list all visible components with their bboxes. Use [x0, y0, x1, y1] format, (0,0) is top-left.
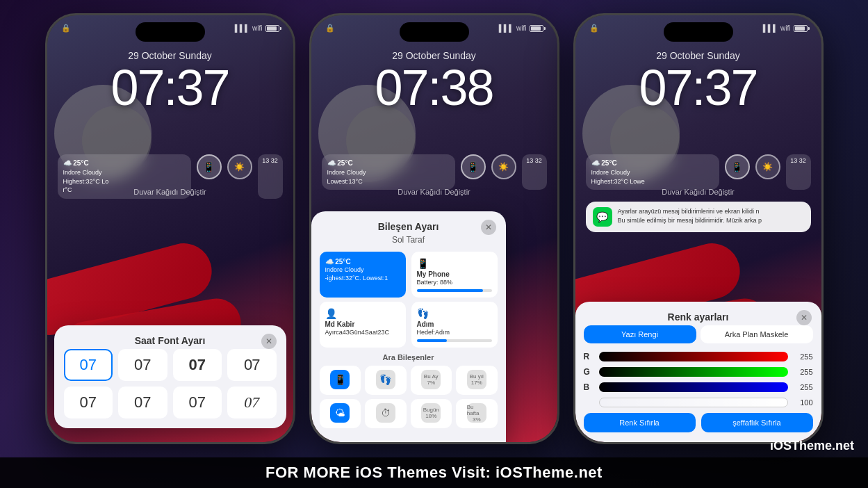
time-1: 07:37	[47, 63, 293, 113]
widget-sun-icon-3: ☀️	[755, 154, 780, 179]
inter-phone-icon: 📱	[330, 370, 350, 389]
component-row2: 👤 Md Kabir Ayırca43Gün4Saat23C 👣 Adım He…	[320, 302, 498, 348]
lock-icon-3: 🔒	[589, 24, 599, 33]
color-tab-text[interactable]: Yazı Rengi	[584, 325, 696, 343]
dynamic-island-1	[136, 22, 205, 42]
color-tab-bg[interactable]: Arka Plan Maskele	[701, 325, 813, 343]
phone-3: 🔒 locked ▌▌▌ wifi 29 October Sunday 07:3…	[573, 13, 824, 444]
wifi-icon-2: wifi	[516, 24, 526, 32]
font-item-1[interactable]: 07	[64, 349, 113, 381]
widget-weather-2: ☁️ 25°C Indore Cloudy Lowest:13°C	[322, 154, 455, 190]
phone-1: 🔒 locked ▌▌▌ wifi 29 October Sunday 07:3…	[45, 13, 295, 444]
color-row-r: R 255	[584, 352, 813, 361]
notif-app-icon: 💬	[593, 207, 612, 227]
signal-icon-1: ▌▌▌	[235, 24, 249, 32]
reset-color-btn[interactable]: Renk Sıfırla	[584, 413, 696, 432]
font-item-4[interactable]: 07	[227, 349, 277, 381]
b-slider[interactable]	[599, 382, 788, 392]
font-item-6[interactable]: 07	[118, 387, 167, 418]
status-icons-3: ▌▌▌ wifi	[763, 24, 808, 32]
inter-today-icon: Bugün18%	[421, 403, 441, 423]
color-modal-title: Renk ayarları	[584, 311, 813, 323]
inter-week[interactable]: Bu hafta3%	[456, 399, 498, 428]
b-label: B	[584, 382, 593, 392]
inter-timer-icon: ⏱	[376, 403, 395, 423]
notification-banner: 💬 Ayarlar arayüzü mesaj bildirimlerini v…	[586, 202, 811, 232]
dynamic-island-3	[664, 22, 733, 42]
font-item-8[interactable]: 07	[227, 387, 277, 418]
lock-content-1: 29 October Sunday 07:37	[47, 50, 293, 113]
inter-month-icon: Bu Ay7%	[421, 370, 441, 389]
inter-today[interactable]: Bugün18%	[411, 399, 452, 428]
inter-foot-icon: 👣	[376, 370, 395, 389]
inter-weather-icon: 🌤	[330, 403, 350, 423]
watermark-text: FOR MORE iOS Themes Visit: iOSTheme.net	[265, 464, 603, 482]
inter-year[interactable]: Bu yıl17%	[456, 366, 498, 395]
dynamic-island-2	[400, 22, 469, 42]
duvar-text-1: Duvar Kağıdı Değiştir	[47, 188, 293, 196]
color-modal: Renk ayarları ✕ Yazı Rengi Arka Plan Mas…	[575, 302, 821, 442]
font-item-7[interactable]: 07	[173, 387, 222, 418]
inter-timer[interactable]: ⏱	[365, 399, 407, 428]
battery-3	[794, 25, 808, 32]
widget-phone-icon-1: 📱	[197, 154, 222, 179]
phone-2-screen: 🔒 locked ▌▌▌ wifi 29 October Sunday 07:3…	[311, 15, 557, 442]
phone-2: 🔒 locked ▌▌▌ wifi 29 October Sunday 07:3…	[309, 13, 559, 444]
duvar-text-3: Duvar Kağıdı Değiştir	[575, 188, 821, 196]
lock-content-2: 29 October Sunday 07:38	[311, 50, 557, 113]
color-modal-close[interactable]: ✕	[796, 310, 812, 325]
lock-content-3: 29 October Sunday 07:37	[575, 50, 821, 113]
font-modal: Saat Font Ayarı ✕ 07 07 07 07 07 07 07 0…	[54, 325, 286, 428]
notif-content: Ayarlar arayüzü mesaj bildirimlerini ve …	[618, 207, 762, 225]
component-section1-title: Sol Taraf	[320, 235, 498, 245]
duvar-text-2: Duvar Kağıdı Değiştir	[311, 188, 557, 196]
color-row-g: G 255	[584, 367, 813, 377]
comp-steps[interactable]: 👣 Adım Hedef:Adım	[411, 302, 498, 348]
r-label: R	[584, 352, 593, 361]
r-slider[interactable]	[599, 352, 788, 361]
font-item-2[interactable]: 07	[118, 349, 167, 381]
reset-opacity-btn[interactable]: şeffaflık Sıfırla	[701, 413, 813, 432]
credit-text: iOSTheme.net	[770, 439, 854, 453]
inter-footprint[interactable]: 👣	[365, 366, 407, 395]
a-value: 100	[794, 398, 813, 407]
phone-1-screen: 🔒 locked ▌▌▌ wifi 29 October Sunday 07:3…	[47, 15, 293, 442]
font-modal-title: Saat Font Ayarı	[64, 335, 277, 346]
section2-title: Ara Bileşenler	[320, 353, 498, 361]
time-2: 07:38	[311, 63, 557, 113]
intermediate-row-1: 📱 👣 Bu Ay7% Bu yıl17%	[320, 366, 498, 395]
comp-phone[interactable]: 📱 My Phone Battery: 88%	[411, 252, 498, 298]
signal-icon-3: ▌▌▌	[763, 24, 778, 32]
font-modal-close[interactable]: ✕	[261, 334, 277, 349]
wifi-icon-1: wifi	[252, 24, 262, 32]
component-sol-row: ☁️ 25°C Indore Cloudy -ighest:32°C. Lowe…	[320, 252, 498, 298]
battery-bar	[417, 289, 492, 292]
component-modal-close[interactable]: ✕	[481, 220, 496, 235]
comp-weather[interactable]: ☁️ 25°C Indore Cloudy -ighest:32°C. Lowe…	[320, 252, 406, 298]
intermediate-row-2: 🌤 ⏱ Bugün18% Bu hafta3%	[320, 399, 498, 428]
g-slider[interactable]	[599, 367, 788, 377]
widget-numbers-2: 13 32	[522, 154, 547, 190]
color-row-a: 100	[584, 398, 813, 407]
widget-phone-icon-2: 📱	[461, 154, 486, 179]
battery-1	[265, 25, 279, 32]
inter-phone[interactable]: 📱	[320, 366, 361, 395]
color-tabs: Yazı Rengi Arka Plan Maskele	[584, 325, 813, 343]
watermark-banner: FOR MORE iOS Themes Visit: iOSTheme.net	[0, 457, 868, 488]
widget-numbers-3: 13 32	[786, 154, 811, 190]
inter-weather2[interactable]: 🌤	[320, 399, 361, 428]
time-3: 07:37	[575, 63, 821, 113]
status-icons-1: ▌▌▌ wifi	[235, 24, 279, 32]
r-value: 255	[794, 352, 813, 361]
font-item-5[interactable]: 07	[64, 387, 113, 418]
g-label: G	[584, 367, 593, 377]
a-slider[interactable]	[599, 398, 788, 407]
color-row-b: B 255	[584, 382, 813, 392]
widget-sun-icon-1: ☀️	[227, 154, 252, 179]
widget-sun-icon-2: ☀️	[491, 154, 516, 179]
comp-contact[interactable]: 👤 Md Kabir Ayırca43Gün4Saat23C	[320, 302, 406, 348]
b-value: 255	[794, 383, 813, 391]
font-item-3[interactable]: 07	[173, 349, 222, 381]
lock-icon-2: 🔒	[325, 24, 335, 33]
inter-month[interactable]: Bu Ay7%	[411, 366, 452, 395]
